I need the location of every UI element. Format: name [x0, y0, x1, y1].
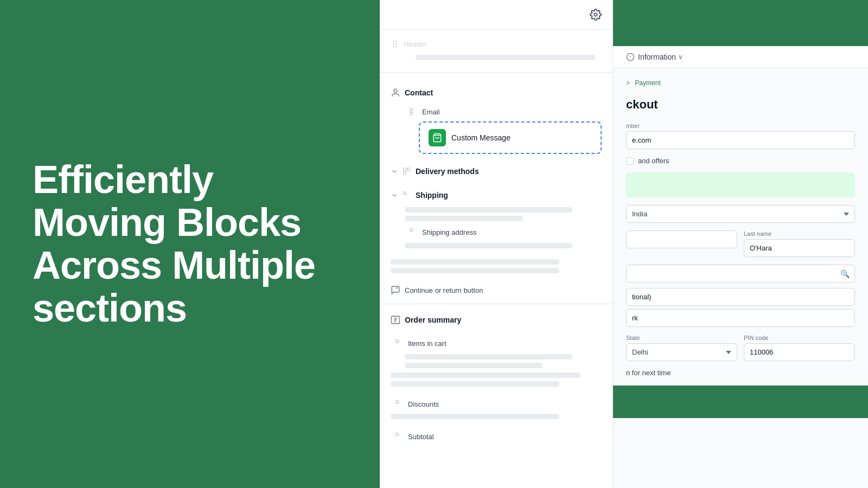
- svg-rect-9: [404, 168, 406, 171]
- shipping-placeholder-2: [405, 216, 523, 221]
- subtotal-block[interactable]: Subtotal: [391, 429, 602, 444]
- discounts-corner-icon: [395, 400, 404, 408]
- items-placeholder-1: [405, 354, 572, 359]
- shipping-address-label: Shipping address: [422, 228, 476, 236]
- order-summary-icon: [391, 315, 400, 325]
- shipping-title: Shipping: [416, 191, 448, 200]
- info-chevron[interactable]: ∨: [678, 53, 683, 61]
- continue-return-block[interactable]: Continue or return button: [380, 281, 612, 299]
- svg-rect-20: [396, 433, 399, 436]
- last-name-label: Last name: [744, 230, 855, 237]
- discounts-placeholder: [391, 414, 559, 419]
- last-name-value[interactable]: O'Hara: [744, 239, 855, 257]
- email-value[interactable]: e.com: [626, 131, 855, 149]
- panel-header: [380, 0, 612, 30]
- shipping-placeholder-3: [405, 243, 572, 248]
- state-select[interactable]: Delhi: [626, 343, 737, 361]
- shipping-header[interactable]: Shipping: [391, 187, 602, 204]
- contact-header[interactable]: Contact: [391, 84, 602, 102]
- svg-rect-11: [404, 172, 406, 175]
- discounts-label: Discounts: [408, 400, 439, 408]
- bag-icon: [432, 133, 442, 143]
- svg-rect-12: [404, 192, 406, 195]
- shipping-placeholder-1: [405, 207, 572, 213]
- country-dropdown-group: India: [626, 205, 855, 223]
- shipping-blocks: Shipping address: [405, 207, 602, 248]
- custom-message-label: Custom Message: [451, 133, 510, 142]
- save-info-row: n for next time: [626, 369, 855, 377]
- checkout-top-bar: [613, 0, 868, 46]
- info-icon: [626, 53, 635, 61]
- svg-point-1: [393, 41, 394, 42]
- svg-rect-18: [396, 340, 399, 343]
- subtotal-section: Subtotal: [380, 422, 612, 444]
- items-corner-icon: [395, 339, 404, 348]
- pin-value[interactable]: 110006: [744, 343, 855, 361]
- items-in-cart-block[interactable]: Items in cart: [391, 336, 602, 351]
- continue-label: Continue or return button: [405, 286, 483, 294]
- number-label: mber: [626, 123, 855, 129]
- contact-blocks: Email Custom Message: [405, 104, 602, 154]
- name-row: Last name O'Hara: [626, 230, 855, 257]
- last-name-field: Last name O'Hara: [744, 230, 855, 257]
- svg-rect-13: [410, 229, 413, 232]
- offers-text: and offers: [638, 157, 669, 165]
- state-field: State Delhi: [626, 335, 737, 361]
- email-block[interactable]: Email: [405, 104, 602, 119]
- address-input[interactable]: [626, 265, 855, 282]
- number-field-group: mber e.com: [626, 123, 855, 149]
- chevron-down-icon: [391, 168, 398, 175]
- shipping-chevron-icon: [391, 191, 398, 199]
- extra-placeholder-2: [391, 268, 559, 273]
- green-highlight-text: [634, 182, 635, 189]
- discounts-section: Discounts: [380, 390, 612, 419]
- address-search: 🔍: [626, 265, 855, 282]
- state-label: State: [626, 335, 737, 341]
- offers-checkbox[interactable]: [626, 157, 634, 165]
- green-highlight: [626, 172, 855, 197]
- state-pin-row: State Delhi PIN code 110006: [626, 335, 855, 361]
- shipping-address-icon: [409, 228, 418, 236]
- pin-label: PIN code: [744, 335, 855, 341]
- svg-point-6: [395, 46, 396, 47]
- custom-message-popup[interactable]: Custom Message: [419, 121, 602, 154]
- extra-placeholder-1: [391, 259, 559, 265]
- delivery-section: Delivery methods: [380, 156, 612, 180]
- search-icon: 🔍: [840, 269, 850, 278]
- editor-sidebar: Header Contact Email: [380, 0, 613, 488]
- items-in-cart-label: Items in cart: [408, 339, 446, 348]
- first-name-field: [626, 230, 737, 257]
- checkout-content: > Payment ckout mber e.com and offers In…: [613, 68, 868, 418]
- header-placeholder: [416, 55, 595, 60]
- svg-point-7: [394, 89, 397, 92]
- items-placeholder-4: [391, 381, 559, 387]
- subtotal-label: Subtotal: [408, 433, 434, 441]
- country-select[interactable]: India: [626, 205, 855, 223]
- svg-point-2: [393, 43, 394, 44]
- contact-icon: [391, 88, 400, 98]
- left-hero-panel: Efficiently Moving Blocks Across Multipl…: [0, 0, 380, 488]
- city-value[interactable]: rk: [626, 309, 855, 327]
- discounts-block[interactable]: Discounts: [391, 396, 602, 412]
- breadcrumb-payment[interactable]: > Payment: [626, 79, 661, 87]
- delivery-corner-icon: [403, 167, 411, 176]
- svg-rect-10: [407, 168, 410, 171]
- shipping-corner-icon: [403, 191, 411, 200]
- optional-value[interactable]: tional): [626, 288, 855, 306]
- delivery-header[interactable]: Delivery methods: [391, 163, 602, 180]
- continue-icon: [391, 285, 400, 295]
- contact-section: Contact Email: [380, 77, 612, 154]
- custom-message-icon-wrap: [429, 129, 446, 146]
- info-bar[interactable]: Information ∨: [613, 46, 868, 68]
- offers-row: and offers: [626, 157, 855, 165]
- shipping-address-block[interactable]: Shipping address: [405, 224, 602, 240]
- delivery-title: Delivery methods: [416, 167, 479, 176]
- checkout-preview-panel: Information ∨ > Payment ckout mber e.com…: [613, 0, 868, 488]
- first-name-value[interactable]: [626, 230, 737, 248]
- items-placeholder-2: [405, 363, 542, 368]
- svg-point-0: [594, 13, 597, 16]
- gear-icon[interactable]: [590, 9, 602, 21]
- svg-point-3: [393, 46, 394, 47]
- items-placeholder-3: [391, 373, 580, 378]
- svg-point-4: [395, 41, 396, 42]
